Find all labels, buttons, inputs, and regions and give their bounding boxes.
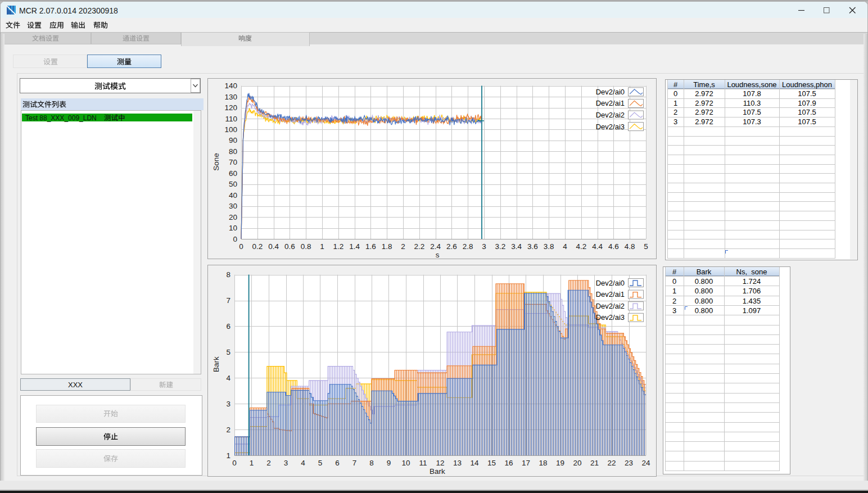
svg-text:Dev2/ai3: Dev2/ai3 — [596, 313, 625, 322]
svg-text:3.8: 3.8 — [544, 242, 554, 251]
svg-text:2: 2 — [266, 459, 271, 467]
svg-text:2.8: 2.8 — [463, 242, 473, 251]
svg-text:3.2: 3.2 — [495, 242, 505, 251]
svg-text:4: 4 — [226, 374, 230, 382]
svg-text:5: 5 — [644, 242, 648, 251]
svg-text:21: 21 — [590, 459, 599, 467]
svg-text:30: 30 — [229, 202, 237, 210]
svg-text:23: 23 — [625, 459, 633, 467]
svg-text:4.6: 4.6 — [608, 242, 619, 251]
svg-text:24: 24 — [641, 459, 650, 467]
svg-text:2: 2 — [226, 426, 230, 434]
svg-text:70: 70 — [229, 158, 237, 166]
svg-text:1: 1 — [226, 451, 230, 460]
svg-text:20: 20 — [229, 213, 237, 221]
svg-text:0.6: 0.6 — [284, 242, 295, 251]
svg-text:90: 90 — [229, 136, 237, 144]
svg-text:100: 100 — [224, 125, 237, 134]
svg-text:130: 130 — [224, 93, 237, 101]
svg-text:Bark: Bark — [430, 467, 445, 476]
svg-text:6: 6 — [226, 322, 230, 331]
svg-text:140: 140 — [224, 82, 237, 90]
svg-text:2: 2 — [401, 242, 405, 251]
svg-text:9: 9 — [387, 459, 391, 467]
svg-text:Dev2/ai0: Dev2/ai0 — [596, 279, 625, 287]
svg-text:40: 40 — [229, 191, 237, 200]
svg-text:120: 120 — [224, 103, 237, 112]
svg-text:4.4: 4.4 — [592, 242, 603, 251]
svg-text:4.2: 4.2 — [576, 242, 586, 251]
svg-text:19: 19 — [556, 459, 564, 467]
svg-text:1.6: 1.6 — [365, 242, 376, 251]
svg-text:1.2: 1.2 — [333, 242, 343, 251]
svg-text:3: 3 — [226, 400, 230, 408]
svg-text:3.6: 3.6 — [527, 242, 538, 251]
svg-text:50: 50 — [229, 180, 237, 188]
svg-text:13: 13 — [453, 459, 462, 467]
svg-text:6: 6 — [335, 459, 340, 467]
svg-text:14: 14 — [470, 459, 479, 467]
svg-text:1.4: 1.4 — [349, 242, 360, 251]
svg-text:17: 17 — [522, 459, 530, 467]
svg-text:110: 110 — [225, 115, 237, 123]
svg-text:Bark: Bark — [212, 356, 220, 372]
svg-text:0.8: 0.8 — [301, 242, 311, 251]
svg-text:22: 22 — [607, 459, 616, 467]
svg-text:2.6: 2.6 — [446, 242, 457, 251]
svg-text:7: 7 — [226, 296, 230, 305]
svg-text:Dev2/ai1: Dev2/ai1 — [596, 290, 625, 298]
svg-text:60: 60 — [229, 169, 237, 178]
svg-text:4: 4 — [563, 242, 567, 251]
svg-text:1: 1 — [250, 459, 254, 467]
svg-text:1.8: 1.8 — [382, 242, 392, 251]
svg-text:Dev2/ai2: Dev2/ai2 — [596, 111, 625, 119]
svg-text:16: 16 — [504, 459, 513, 467]
svg-text:2.2: 2.2 — [414, 242, 424, 251]
svg-text:Dev2/ai3: Dev2/ai3 — [596, 123, 625, 131]
svg-text:15: 15 — [487, 459, 496, 467]
svg-text:4.8: 4.8 — [625, 242, 635, 251]
svg-text:20: 20 — [573, 459, 581, 467]
svg-text:2.4: 2.4 — [430, 242, 441, 251]
svg-text:5: 5 — [318, 459, 323, 467]
svg-text:10: 10 — [229, 224, 237, 232]
svg-text:0: 0 — [239, 242, 243, 251]
svg-text:12: 12 — [436, 459, 444, 467]
svg-text:5: 5 — [226, 348, 230, 356]
svg-text:11: 11 — [419, 459, 427, 467]
svg-text:0: 0 — [233, 235, 237, 243]
svg-text:Dev2/ai2: Dev2/ai2 — [596, 302, 625, 310]
svg-text:18: 18 — [539, 459, 547, 467]
svg-text:0.4: 0.4 — [268, 242, 279, 251]
svg-text:3: 3 — [284, 459, 288, 467]
svg-text:s: s — [436, 251, 440, 259]
svg-text:7: 7 — [352, 459, 357, 467]
svg-text:80: 80 — [229, 147, 237, 156]
svg-text:0.2: 0.2 — [252, 242, 263, 251]
svg-text:Sone: Sone — [212, 153, 220, 171]
svg-text:10: 10 — [401, 459, 410, 467]
svg-text:0: 0 — [232, 459, 237, 467]
svg-text:8: 8 — [369, 459, 374, 467]
svg-text:4: 4 — [301, 459, 305, 467]
svg-text:3: 3 — [482, 242, 486, 251]
svg-text:3.4: 3.4 — [511, 242, 522, 251]
svg-text:8: 8 — [226, 270, 230, 279]
svg-text:1: 1 — [320, 242, 324, 251]
svg-text:Dev2/ai0: Dev2/ai0 — [596, 88, 625, 96]
svg-text:Dev2/ai1: Dev2/ai1 — [596, 99, 625, 107]
